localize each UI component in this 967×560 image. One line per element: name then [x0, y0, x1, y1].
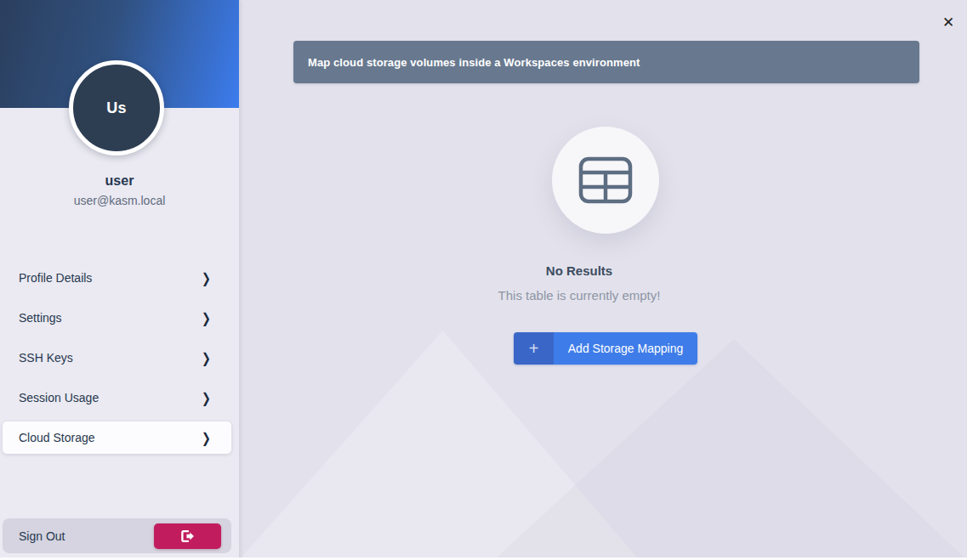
empty-state-title: No Results — [239, 263, 919, 278]
avatar-initials: Us — [106, 99, 127, 117]
sidebar-menu: Profile Details ❯ Settings ❯ SSH Keys ❯ … — [0, 262, 239, 461]
sidebar-item-label: Profile Details — [19, 271, 92, 285]
banner-text: Map cloud storage volumes inside a Works… — [308, 56, 640, 69]
sign-out-label: Sign Out — [19, 529, 65, 543]
sidebar-item-settings[interactable]: Settings ❯ — [3, 302, 231, 334]
username: user — [0, 173, 239, 189]
sidebar-item-session-usage[interactable]: Session Usage ❯ — [3, 382, 231, 414]
add-storage-mapping-button[interactable]: + Add Storage Mapping — [514, 332, 697, 365]
sign-out-row[interactable]: Sign Out — [3, 518, 231, 553]
banner-header: Map cloud storage volumes inside a Works… — [293, 41, 919, 83]
cloud-storage-panel: ✕ Map cloud storage volumes inside a Wor… — [239, 0, 967, 560]
background-texture — [239, 339, 967, 560]
sidebar-item-cloud-storage[interactable]: Cloud Storage ❯ — [3, 421, 231, 454]
sign-out-button[interactable] — [154, 523, 221, 549]
add-storage-mapping-label: Add Storage Mapping — [554, 332, 697, 365]
empty-state-subtitle: This table is currently empty! — [239, 288, 919, 303]
table-icon — [578, 156, 633, 204]
chevron-right-icon: ❯ — [202, 390, 211, 406]
chevron-right-icon: ❯ — [202, 270, 211, 286]
sign-out-icon — [181, 530, 195, 542]
empty-state-circle — [552, 127, 659, 234]
chevron-right-icon: ❯ — [202, 350, 211, 366]
close-icon[interactable]: ✕ — [938, 13, 958, 33]
chevron-right-icon: ❯ — [202, 430, 211, 446]
plus-icon: + — [514, 332, 554, 365]
chevron-right-icon: ❯ — [202, 310, 211, 326]
profile-sidebar: Us user user@kasm.local Profile Details … — [0, 0, 239, 560]
sidebar-item-label: Session Usage — [19, 391, 99, 404]
user-email: user@kasm.local — [0, 194, 239, 207]
sidebar-item-label: SSH Keys — [19, 351, 73, 365]
sidebar-item-profile-details[interactable]: Profile Details ❯ — [3, 262, 231, 294]
sidebar-item-label: Cloud Storage — [19, 431, 95, 444]
sidebar-item-label: Settings — [19, 311, 62, 325]
profile-modal: Us user user@kasm.local Profile Details … — [0, 0, 967, 560]
sidebar-item-ssh-keys[interactable]: SSH Keys ❯ — [3, 342, 231, 374]
avatar: Us — [69, 60, 164, 156]
